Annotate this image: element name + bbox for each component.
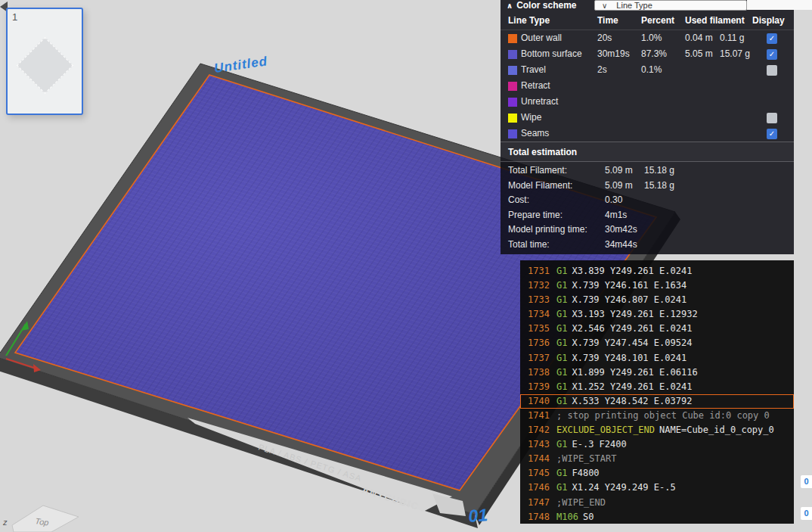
gcode-line[interactable]: 1732G1X.739 Y246.161 E.1634 (520, 278, 794, 293)
gcode-line-number: 1737 (528, 351, 552, 366)
topbar-spacer (747, 0, 812, 10)
estimation-value-2: 15.18 g (644, 163, 674, 179)
gcode-line[interactable]: 1739G1X1.252 Y249.261 E.0241 (520, 380, 794, 394)
line-type-time: 2s (597, 62, 607, 78)
gcode-command: G1 (556, 266, 567, 276)
gcode-viewer[interactable]: 1731G1X3.839 Y249.261 E.02411732G1X.739 … (520, 260, 794, 524)
display-checkbox[interactable]: ✓ (767, 49, 777, 60)
legend-row: Bottom surface30m19s87.3%5.05 m15.07 g✓ (501, 46, 794, 62)
gcode-line[interactable]: 1743G1E-.3 F2400 (520, 437, 794, 452)
estimation-label: Total time: (508, 238, 550, 253)
gcode-comment: ;WIPE_START (556, 453, 616, 464)
line-type-label: Travel (521, 62, 546, 78)
gcode-line[interactable]: 1735G1X2.546 Y249.261 E.0241 (520, 322, 794, 336)
gcode-line[interactable]: 1733G1X.739 Y246.807 E.0241 (520, 293, 794, 307)
display-checkbox[interactable] (767, 65, 777, 76)
estimation-value-1: 4m1s (605, 208, 627, 223)
gcode-command: G1 (556, 381, 567, 392)
gcode-params: X3.839 Y249.261 E.0241 (572, 266, 692, 276)
move-slider-value-bottom: 0 (801, 507, 812, 520)
gcode-params: X1.252 Y249.261 E.0241 (572, 381, 692, 392)
line-type-percent: 1.0% (641, 30, 662, 46)
gcode-command: G1 (556, 468, 567, 478)
gcode-line-number: 1739 (528, 380, 552, 394)
display-checkbox[interactable] (767, 113, 777, 123)
move-slider-value-top: 0 (801, 475, 812, 488)
gcode-command: G1 (556, 280, 567, 291)
estimation-row: Total time:34m44s (501, 238, 794, 253)
gcode-command: G1 (556, 323, 567, 334)
gcode-params: X.739 Y247.454 E.09524 (572, 338, 692, 348)
estimation-value-1: 5.09 m (605, 163, 633, 179)
gcode-line[interactable]: 1738G1X1.899 Y249.261 E.06116 (520, 366, 794, 380)
col-line-type: Line Type (508, 11, 550, 30)
gcode-params: E-.3 F2400 (572, 439, 626, 450)
app-window: PLA / ABS / PETG / ASA ANYCUBIC 01 Untit… (0, 0, 812, 532)
line-type-color-swatch (508, 129, 517, 138)
line-type-label: Outer wall (521, 30, 562, 46)
display-checkbox[interactable]: ✓ (767, 33, 777, 44)
chevron-up-icon[interactable]: ∧ (507, 2, 513, 10)
gcode-line[interactable]: 1734G1X3.193 Y249.261 E.12932 (520, 307, 794, 322)
legend-row: Seams✓ (501, 126, 794, 142)
estimation-title: Total estimation (501, 142, 794, 162)
estimation-row: Prepare time:4m1s (501, 208, 794, 223)
line-type-label: Wipe (521, 110, 541, 126)
plate-thumbnail[interactable]: 1 (6, 8, 83, 115)
gcode-params: X.739 Y246.807 E.0241 (572, 294, 686, 305)
col-display: Display (752, 11, 785, 30)
gcode-comment: ; stop printing object Cube id:0 copy 0 (556, 410, 770, 421)
line-type-filament-length: 5.05 m (685, 46, 713, 62)
gcode-line[interactable]: 1747;WIPE_END (520, 496, 794, 510)
gcode-line[interactable]: 1748M106S0 (520, 510, 794, 524)
estimation-row: Model Filament:5.09 m15.18 g (501, 179, 794, 194)
gcode-line-number: 1743 (528, 437, 552, 452)
gcode-command: M106 (556, 512, 578, 522)
view-type-value: Line Type (616, 1, 652, 10)
chevron-down-icon: ∨ (602, 2, 607, 10)
gcode-command: G1 (556, 294, 567, 305)
gcode-command: G1 (556, 439, 567, 450)
view-cube[interactable]: Top (12, 506, 79, 532)
estimation-label: Prepare time: (508, 208, 563, 223)
gcode-line[interactable]: 1736G1X.739 Y247.454 E.09524 (520, 336, 794, 350)
gcode-line[interactable]: 1745G1F4800 (520, 466, 794, 481)
object-name-label: Untitled (213, 54, 268, 76)
line-type-color-swatch (508, 98, 517, 107)
gcode-line[interactable]: 1740G1X.533 Y248.542 E.03792 (520, 394, 794, 409)
gcode-line-number: 1731 (528, 264, 552, 278)
gcode-line-number: 1740 (528, 394, 552, 409)
gcode-line[interactable]: 1731G1X3.839 Y249.261 E.0241 (520, 264, 794, 278)
line-type-time: 20s (597, 30, 612, 46)
estimation-label: Cost: (508, 193, 529, 208)
gcode-line[interactable]: 1741; stop printing object Cube id:0 cop… (520, 409, 794, 423)
estimation-value-2: 15.18 g (644, 179, 674, 194)
line-type-percent: 87.3% (641, 46, 667, 62)
bed-number-label: 01 (468, 505, 488, 526)
gcode-line-number: 1732 (528, 278, 552, 293)
gcode-line-number: 1733 (528, 293, 552, 307)
line-type-label: Unretract (521, 94, 558, 110)
display-checkbox[interactable]: ✓ (767, 129, 777, 139)
gcode-line-number: 1742 (528, 423, 552, 437)
gcode-lines: 1731G1X3.839 Y249.261 E.02411732G1X.739 … (520, 264, 794, 524)
line-type-label: Seams (521, 126, 549, 142)
gcode-line[interactable]: 1742EXCLUDE_OBJECT_ENDNAME=Cube_id_0_cop… (520, 423, 794, 437)
gcode-params: X.533 Y248.542 E.03792 (572, 396, 692, 406)
estimation-rows: Total Filament:5.09 m15.18 gModel Filame… (501, 163, 794, 252)
line-type-filament-weight: 0.11 g (720, 30, 744, 46)
legend-panel: ∧Color scheme ∨ Line Type Line Type Time… (501, 0, 794, 254)
line-type-filament-weight: 15.07 g (720, 46, 750, 62)
gcode-line[interactable]: 1746G1X1.24 Y249.249 E-.5 (520, 481, 794, 495)
gcode-line[interactable]: 1737G1X.739 Y248.101 E.0241 (520, 351, 794, 366)
legend-header-row: Line Type Time Percent Used filament Dis… (501, 11, 794, 30)
gcode-command: EXCLUDE_OBJECT_END (556, 425, 655, 435)
gcode-line-number: 1736 (528, 336, 552, 350)
view-type-dropdown[interactable]: ∨ Line Type (594, 0, 747, 11)
gcode-line-number: 1741 (528, 409, 552, 423)
line-type-label: Bottom surface (521, 46, 582, 62)
line-type-color-swatch (508, 114, 517, 123)
gcode-line[interactable]: 1744;WIPE_START (520, 452, 794, 466)
col-percent: Percent (641, 11, 674, 30)
gcode-line-number: 1738 (528, 366, 552, 380)
